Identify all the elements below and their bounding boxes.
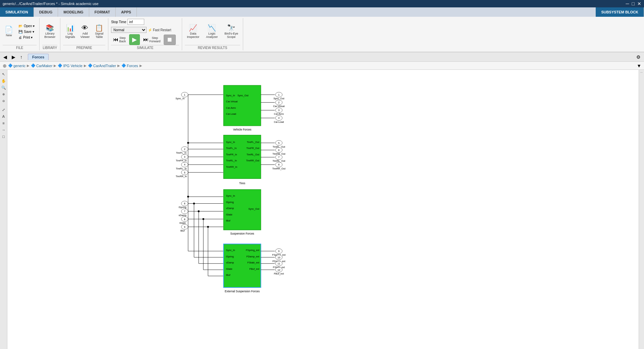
esf-out-fspring: FSpring_ext <box>246 249 259 252</box>
in-port-1-label: Sync_In <box>175 97 184 100</box>
toolbar-settings-button[interactable]: ⚙ <box>634 54 643 60</box>
breadcrumb-expand-icon[interactable]: ▼ <box>637 63 641 68</box>
diagram-canvas[interactable]: Sync_In Car.Virtual Car.Aero Car.Load Sy… <box>7 70 639 349</box>
vf-port-car-virtual: Car.Virtual <box>226 100 238 103</box>
signal-table-button[interactable]: 📋 SignalTable <box>93 23 105 40</box>
stop-time-row: Stop Time <box>111 18 144 26</box>
log-signals-button[interactable]: 📊 LogSignals <box>63 23 77 40</box>
breadcrumb-item-ipgvehicle[interactable]: 🔷 IPG Vehicle <box>58 63 82 68</box>
simulation-mode-select[interactable]: Normal Accelerator Rapid Accelerator <box>111 27 147 33</box>
library-icon: 📚 <box>46 24 54 31</box>
add-viewer-button[interactable]: 👁 AddViewer <box>78 23 92 40</box>
breadcrumb-item-carmaker[interactable]: 🔷 CarMaker <box>31 63 52 68</box>
sf-port-spring: lSpring <box>226 201 234 204</box>
annotation-tool[interactable]: A <box>1 113 7 119</box>
close-btn[interactable]: ✕ <box>637 1 641 6</box>
run-button[interactable]: ▶ <box>129 34 140 45</box>
forces-tab[interactable]: Forces <box>28 54 49 60</box>
window-controls[interactable]: ─ □ ✕ <box>626 1 641 6</box>
list-tool[interactable]: ≡ <box>1 120 7 126</box>
vehicle-forces-label: Vehicle Forces <box>233 128 252 131</box>
in-port-9-num: 9 <box>184 226 185 229</box>
print-button[interactable]: 🖨 Print ▾ <box>16 35 37 40</box>
esf-port-spring: lSpring <box>226 255 234 258</box>
zoom-out-tool[interactable]: ⊖ <box>1 98 7 104</box>
save-button[interactable]: 💾 Save ▾ <box>16 29 37 34</box>
tab-subsystem-block[interactable]: SUBSYSTEM BLOCK <box>596 7 644 17</box>
breadcrumb-item-generic[interactable]: 🔷 generic <box>8 63 25 68</box>
pan-tool[interactable]: ✋ <box>1 78 7 84</box>
esf-out-fstabi: FStabi_ext <box>248 261 259 264</box>
tab-apps[interactable]: APPS <box>116 7 137 17</box>
junction-spring <box>193 203 195 205</box>
open-button[interactable]: 📂 Open ▾ <box>16 23 37 29</box>
tires-port-tirefl: TireFL_In <box>226 147 236 150</box>
file-group-label: FILE <box>3 45 37 50</box>
breadcrumb-item-forces[interactable]: 🔷 Forces <box>121 63 138 68</box>
breadcrumb-item-carandtrailer[interactable]: 🔷 CarAndTrailer <box>88 63 116 68</box>
library-group-label: LIBRARY <box>42 45 57 50</box>
vehicle-forces-block[interactable] <box>223 85 261 126</box>
carandtrailer-block-icon: 🔷 <box>88 63 93 68</box>
right-panel-indicator: ⋮ <box>640 71 643 74</box>
add-viewer-icon: 👁 <box>82 24 88 31</box>
step-forward-button[interactable]: ⏭ StepForward <box>141 35 162 44</box>
log-signals-icon: 📊 <box>66 24 74 31</box>
print-icon: 🖨 <box>18 36 22 39</box>
fit-tool[interactable]: ⤢ <box>1 107 7 113</box>
in-port-5-num: 5 <box>184 171 185 174</box>
sf-port-vdamp: vDamp <box>226 207 234 210</box>
nav-forward-button[interactable]: ▶ <box>10 54 17 60</box>
vf-port-sync-in: Sync_In <box>226 94 235 97</box>
stop-button[interactable]: ⏹ <box>164 35 176 45</box>
out-port-12-label: FBuf_ext <box>274 272 284 275</box>
tab-format[interactable]: FORMAT <box>89 7 116 17</box>
out-port-11-num: 11 <box>277 262 280 265</box>
external-suspension-label: External Suspension Forces <box>225 290 260 293</box>
library-browser-button[interactable]: 📚 LibraryBrowser <box>42 23 57 40</box>
in-port-3-label: TireFR_In <box>176 159 187 162</box>
in-port-4-label: TireRL_In <box>176 167 186 170</box>
esf-port-vdamp: vDamp <box>226 261 234 264</box>
tab-simulation[interactable]: SIMULATION <box>0 7 34 17</box>
out-port-3-label: Car.Aero <box>274 112 284 115</box>
step-back-icon: ⏮ <box>113 37 118 42</box>
zoom-in-tool[interactable]: ⊕ <box>1 91 7 97</box>
step-back-button[interactable]: ⏮ StepBack <box>111 35 128 44</box>
diagram-svg: Sync_In Car.Virtual Car.Aero Car.Load Sy… <box>7 70 639 349</box>
out-port-1-num: 1 <box>278 93 279 96</box>
group-simulate: Stop Time Normal Accelerator Rapid Accel… <box>108 18 182 50</box>
zoom-tool[interactable]: 🔍 <box>1 85 7 91</box>
birds-eye-scope-button[interactable]: 🔭 Bird's-EyeScope <box>222 23 240 40</box>
breadcrumb-collapse-icon[interactable]: ⊕ <box>3 63 7 68</box>
in-port-2-label: TireFL_In <box>176 151 186 154</box>
minimize-btn[interactable]: ─ <box>626 1 629 6</box>
out-port-8-label: TireRR_Out <box>272 167 285 170</box>
sf-port-buf: lBuf <box>226 219 231 222</box>
select-tool[interactable]: ↖ <box>1 71 7 77</box>
box-tool[interactable]: □ <box>1 134 7 140</box>
ribbon: SIMULATION DEBUG MODELING FORMAT APPS SU… <box>0 7 644 52</box>
new-button[interactable]: 📄 New <box>3 25 15 38</box>
out-port-3-num: 3 <box>278 109 279 112</box>
tab-modeling[interactable]: MODELING <box>58 7 89 17</box>
out-port-7-num: 7 <box>278 156 279 159</box>
main-area: ↖ ✋ 🔍 ⊕ ⊖ ⤢ A ≡ → □ Sync_In Car.Virtual … <box>0 70 644 349</box>
junction-stabi <box>202 218 204 220</box>
suspension-forces-label: Suspension Forces <box>230 232 254 235</box>
in-port-9-label: lBuf <box>180 229 185 232</box>
step-forward-icon: ⏭ <box>143 37 149 42</box>
tab-debug[interactable]: DEBUG <box>34 7 58 17</box>
forces-block-icon: 🔷 <box>121 63 126 68</box>
arrow-tool[interactable]: → <box>1 127 7 133</box>
fast-restart-label: ⚡ Fast Restart <box>148 28 171 32</box>
nav-up-button[interactable]: ↑ <box>18 54 24 60</box>
stop-time-input[interactable] <box>127 19 144 25</box>
out-port-8-num: 8 <box>278 163 279 166</box>
maximize-btn[interactable]: □ <box>632 1 635 6</box>
nav-back-button[interactable]: ◀ <box>1 54 9 60</box>
data-inspector-button[interactable]: 📈 DataInspector <box>185 23 201 40</box>
logic-analyzer-button[interactable]: 📉 LogicAnalyzer <box>204 23 220 40</box>
ipg-block-icon: 🔷 <box>58 63 62 68</box>
tires-port-tirefr: TireFR_In <box>226 153 237 156</box>
